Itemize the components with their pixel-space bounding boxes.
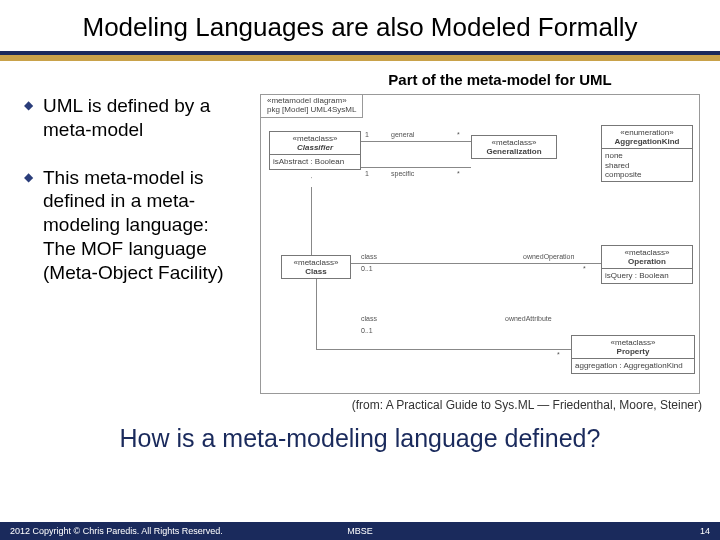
title-underline: [0, 51, 720, 61]
role-label: specific: [391, 170, 414, 177]
stereotype-label: «metaclass»: [575, 338, 691, 347]
class-attr: isQuery : Boolean: [602, 269, 692, 282]
diagram-subtitle: Part of the meta-model for UML: [0, 69, 720, 94]
multiplicity-label: 1: [365, 170, 369, 177]
stereotype-label: «metaclass»: [475, 138, 553, 147]
inheritance-arrowhead-icon: [305, 177, 317, 187]
diamond-bullet-icon: ◆: [24, 170, 33, 184]
box-aggregationkind: «enumeration» AggregationKind none share…: [601, 125, 693, 182]
citation-text: (from: A Practical Guide to Sys.ML — Fri…: [0, 394, 720, 412]
multiplicity-label: *: [457, 170, 460, 177]
class-name: Class: [285, 267, 347, 276]
multiplicity-label: *: [457, 131, 460, 138]
class-name: Generalization: [475, 147, 553, 156]
role-label: general: [391, 131, 414, 138]
box-classifier: «metaclass» Classifier isAbstract : Bool…: [269, 131, 361, 170]
class-name: AggregationKind: [605, 137, 689, 146]
diagram-tab-name: pkg [Model] UML4SysML: [267, 106, 356, 115]
connector: [361, 167, 471, 168]
footer-bar: 2012 Copyright © Chris Paredis. All Righ…: [0, 522, 720, 540]
multiplicity-label: *: [583, 265, 586, 272]
diagram-column: «metamodel diagram» pkg [Model] UML4SysM…: [260, 94, 710, 394]
bullet-text: This meta-model is defined in a meta-mod…: [43, 166, 254, 285]
box-generalization: «metaclass» Generalization: [471, 135, 557, 159]
multiplicity-label: 0..1: [361, 265, 373, 272]
connector: [361, 141, 471, 142]
bullet-column: ◆ UML is defined by a meta-model ◆ This …: [24, 94, 254, 394]
class-attr: aggregation : AggregationKind: [572, 359, 694, 372]
question-text: How is a meta-modeling language defined?: [0, 412, 720, 453]
role-label: ownedAttribute: [505, 315, 552, 322]
footer-center: MBSE: [347, 526, 373, 536]
connector: [316, 349, 571, 350]
role-label: ownedOperation: [523, 253, 574, 260]
stereotype-label: «metaclass»: [605, 248, 689, 257]
multiplicity-label: 0..1: [361, 327, 373, 334]
uml-diagram: «metamodel diagram» pkg [Model] UML4SysM…: [260, 94, 700, 394]
stereotype-label: «metaclass»: [273, 134, 357, 143]
role-label: class: [361, 253, 377, 260]
connector: [316, 279, 317, 349]
connector: [311, 177, 312, 255]
multiplicity-label: *: [557, 351, 560, 358]
diagram-tab: «metamodel diagram» pkg [Model] UML4SysM…: [260, 94, 363, 118]
slide-title: Modeling Languages are also Modeled Form…: [0, 0, 720, 51]
enum-literal: composite: [605, 170, 689, 179]
multiplicity-label: 1: [365, 131, 369, 138]
stereotype-label: «metaclass»: [285, 258, 347, 267]
footer-copyright: 2012 Copyright © Chris Paredis. All Righ…: [10, 526, 223, 536]
role-label: class: [361, 315, 377, 322]
enum-literal: none: [605, 151, 689, 160]
bullet-text: UML is defined by a meta-model: [43, 94, 254, 142]
box-operation: «metaclass» Operation isQuery : Boolean: [601, 245, 693, 284]
class-name: Classifier: [273, 143, 357, 152]
class-name: Property: [575, 347, 691, 356]
diamond-bullet-icon: ◆: [24, 98, 33, 112]
enum-literal: shared: [605, 161, 689, 170]
box-class: «metaclass» Class: [281, 255, 351, 279]
footer-page-number: 14: [700, 526, 710, 536]
box-property: «metaclass» Property aggregation : Aggre…: [571, 335, 695, 374]
connector: [351, 263, 601, 264]
bullet-item: ◆ UML is defined by a meta-model: [24, 94, 254, 142]
bullet-item: ◆ This meta-model is defined in a meta-m…: [24, 166, 254, 285]
stereotype-label: «enumeration»: [605, 128, 689, 137]
content-area: ◆ UML is defined by a meta-model ◆ This …: [0, 94, 720, 394]
class-name: Operation: [605, 257, 689, 266]
class-attr: isAbstract : Boolean: [270, 155, 360, 168]
